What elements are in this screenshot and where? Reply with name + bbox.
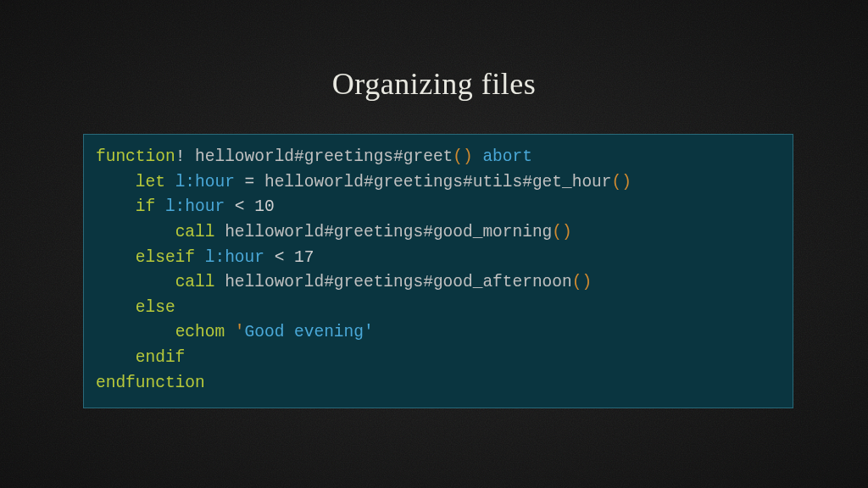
code-token: l: — [175, 173, 195, 191]
code-token — [96, 323, 175, 341]
code-token — [245, 197, 255, 216]
code-token: () — [572, 273, 592, 291]
code-token: hour — [185, 197, 225, 216]
code-token: else — [136, 298, 175, 317]
code-token: () — [612, 173, 632, 191]
code-block: function! helloworld#greetings#greet() a… — [83, 134, 793, 408]
code-token: ! — [175, 147, 186, 166]
code-token — [155, 197, 165, 216]
code-token: () — [453, 147, 472, 166]
code-token: 10 — [254, 197, 274, 216]
code-token — [96, 248, 136, 267]
code-token — [473, 147, 483, 166]
code-token — [254, 173, 264, 191]
code-token — [214, 223, 225, 241]
code-token: abort — [482, 147, 532, 166]
code-token: l: — [205, 248, 225, 267]
code-token: if — [136, 197, 155, 216]
code-token: l: — [165, 197, 185, 216]
code-token — [214, 273, 225, 291]
slide-title: Organizing files — [0, 66, 868, 102]
code-token — [264, 248, 275, 267]
code-token: endfunction — [96, 374, 205, 392]
code-token: Good evening' — [245, 323, 374, 341]
code-token: () — [552, 223, 571, 241]
code-token: helloworld#greetings#good_morning — [225, 223, 552, 241]
code-token: function — [96, 147, 175, 166]
code-token: < — [235, 197, 245, 216]
code-token — [235, 173, 245, 191]
code-token — [96, 223, 175, 241]
code-token: = — [245, 173, 255, 191]
code-token: elseif — [136, 248, 195, 267]
code-token — [96, 298, 136, 317]
code-token — [225, 197, 235, 216]
code-token: hour — [225, 248, 264, 267]
code-token — [284, 248, 294, 267]
code-token: ' — [235, 323, 245, 341]
code-token — [225, 323, 235, 341]
code-token: call — [175, 223, 215, 241]
code-token: call — [175, 273, 215, 291]
code-token: helloworld#greetings#good_afternoon — [225, 273, 572, 291]
code-token: echom — [175, 323, 225, 341]
code-token — [165, 173, 175, 191]
code-token — [96, 173, 136, 191]
code-token: hour — [195, 173, 235, 191]
code-token: 17 — [294, 248, 314, 267]
code-token — [185, 147, 195, 166]
code-token: endif — [136, 348, 186, 367]
code-token — [96, 273, 175, 291]
code-token: let — [136, 173, 165, 191]
code-token: helloworld#greetings#utils#get_hour — [264, 173, 612, 191]
code-token: helloworld#greetings#greet — [195, 147, 453, 166]
code-token — [96, 197, 136, 216]
code-token — [96, 348, 136, 367]
code-token: < — [275, 248, 285, 267]
code-token — [195, 248, 205, 267]
